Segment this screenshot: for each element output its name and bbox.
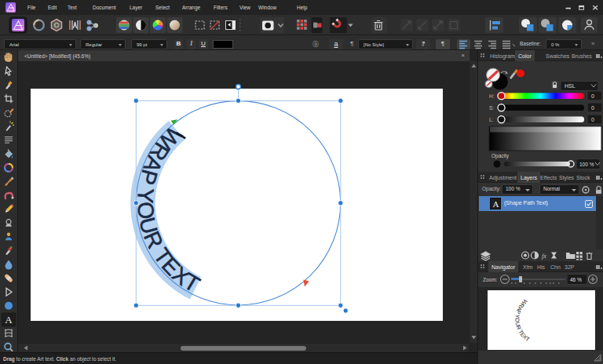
svg-text:HSL: HSL [565, 83, 576, 89]
svg-text:S:: S: [489, 105, 494, 111]
svg-text:L:: L: [489, 117, 494, 122]
svg-text:A: A [5, 314, 13, 326]
svg-text:WRAP YOUR TEXT: WRAP YOUR TEXT [133, 122, 204, 297]
svg-text:Opacity: Opacity [492, 153, 510, 159]
svg-text:WRAP YOUR TEXT: WRAP YOUR TEXT [513, 298, 531, 344]
svg-text:Zoom:: Zoom: [483, 277, 498, 282]
svg-text:fx: fx [542, 253, 546, 260]
svg-text:0: 0 [591, 93, 594, 99]
svg-text:46 %: 46 % [570, 277, 582, 282]
svg-text:100 %: 100 % [579, 162, 594, 167]
svg-text:0: 0 [591, 117, 594, 122]
svg-text:0: 0 [591, 105, 594, 111]
svg-text:H:: H: [489, 93, 495, 99]
